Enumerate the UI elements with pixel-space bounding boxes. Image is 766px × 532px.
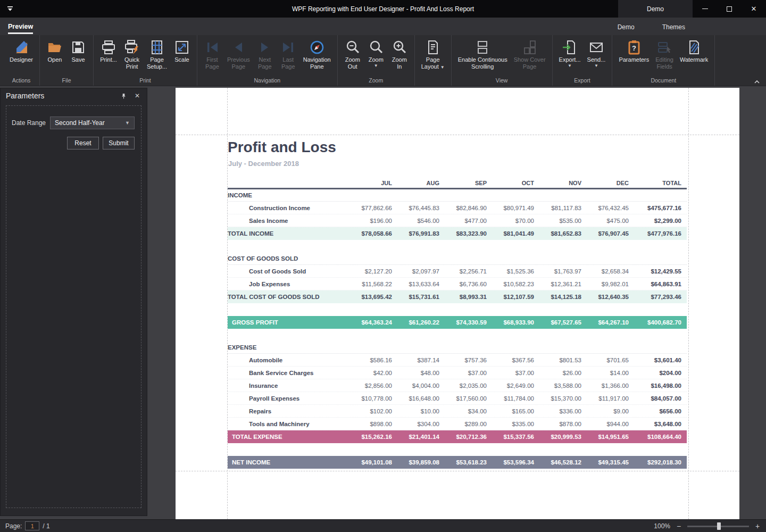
cell-value: $3,588.00: [539, 383, 587, 389]
zoom-out-button[interactable]: −: [676, 522, 682, 530]
page-setup-icon: [149, 39, 165, 55]
table-row-repairs: Repairs$102.00$10.00$34.00$165.00$336.00…: [228, 405, 687, 418]
cell-value: $304.00: [397, 421, 445, 427]
ribbon-button-label: Navigation: [303, 56, 331, 63]
parameters-panel-header: Parameters ✕: [1, 88, 147, 103]
ribbon-button-scale[interactable]: Scale: [170, 38, 194, 64]
editing-fields-icon: [656, 39, 672, 55]
cell-value: $204.00: [634, 370, 687, 376]
ribbon-group-label: Actions: [4, 76, 38, 86]
ribbon-button-print[interactable]: Print...: [97, 38, 120, 64]
ribbon-group-label: [416, 82, 450, 86]
report-title: Profit and Loss: [228, 139, 336, 156]
maximize-button[interactable]: [717, 0, 742, 18]
document-viewer-area: Parameters ✕ Date Range Second Half-Year…: [0, 86, 766, 519]
menu-item-themes[interactable]: Themes: [662, 23, 685, 31]
table-spacer-row: [228, 303, 687, 316]
ribbon-button-zoom[interactable]: Zoom▼: [364, 38, 388, 69]
ribbon-button-enable-continuous-scrolling[interactable]: Enable ContinuousScrolling: [455, 38, 511, 71]
title-bar: WPF Reporting with End User Designer - P…: [0, 0, 766, 18]
cell-value: $10,778.00: [350, 395, 397, 402]
ribbon-button-label: Zoom: [392, 56, 407, 63]
svg-text:?: ?: [632, 44, 636, 52]
ribbon-collapse-button[interactable]: [753, 77, 761, 82]
cell-value: $16,498.00: [634, 383, 687, 389]
ribbon-button-export[interactable]: Export...▼: [556, 38, 584, 69]
ribbon-button-label: Page: [281, 63, 295, 70]
ribbon-button-label: Scale: [174, 56, 189, 63]
cell-value: $10.00: [397, 408, 445, 414]
cell-value: $2,256.71: [445, 268, 492, 275]
row-label: NET INCOME: [228, 459, 350, 466]
row-label: GROSS PROFIT: [228, 319, 350, 326]
cell-value: $12,429.55: [634, 268, 687, 275]
zoom-slider-thumb[interactable]: [717, 522, 721, 530]
cell-value: $2,127.20: [350, 268, 397, 275]
ribbon-button-label: Quick: [124, 56, 139, 63]
cell-value: $53,596.34: [492, 459, 539, 466]
ribbon-button-send[interactable]: Send...▼: [584, 38, 609, 69]
minimize-icon: [702, 9, 708, 9]
table-row-cost-of-goods-sold: Cost of Goods Sold$2,127.20$2,097.97$2,2…: [228, 265, 687, 278]
menu-item-demo[interactable]: Demo: [618, 23, 635, 31]
ribbon-button-label: Next: [259, 56, 271, 63]
ribbon-button-label: Show Cover: [514, 56, 546, 63]
reset-button[interactable]: Reset: [67, 137, 99, 149]
ribbon-button-editing-fields: EditingFields: [652, 38, 677, 71]
titlebar-demo-button[interactable]: Demo: [618, 0, 693, 18]
cell-value: $335.00: [492, 421, 539, 427]
close-panel-icon[interactable]: ✕: [133, 92, 141, 100]
ribbon-button-label: Page: [232, 63, 246, 70]
table-row-job-expenses: Job Expenses$11,568.22$13,633.64$6,736.6…: [228, 278, 687, 290]
cell-value: $76,907.45: [587, 230, 634, 237]
profit-and-loss-table: JULAUGSEPOCTNOVDECTOTALINCOMEConstructio…: [228, 177, 687, 469]
cell-value: $196.00: [350, 218, 397, 224]
ribbon-button-open[interactable]: Open: [43, 38, 66, 64]
page-total: / 1: [43, 522, 49, 530]
ribbon-button-navigation-pane[interactable]: NavigationPane: [300, 38, 334, 71]
cell-value: $78,058.66: [350, 230, 397, 237]
ribbon-button-label: Page: [258, 63, 272, 70]
cell-value: $48.00: [397, 370, 445, 376]
ribbon-button-label: Page: [523, 63, 537, 70]
row-label: Repairs: [228, 408, 350, 414]
table-row-income: INCOME: [228, 189, 687, 202]
ribbon-button-zoom-out[interactable]: ZoomOut: [341, 38, 364, 71]
ribbon-button-designer[interactable]: Designer: [6, 38, 36, 64]
ribbon-button-page-layout[interactable]: PageLayout▼: [418, 38, 448, 72]
cell-value: $4,004.00: [397, 383, 445, 389]
cell-value: $64,863.91: [634, 281, 687, 287]
page-number-input[interactable]: [25, 521, 39, 530]
quick-access-toolbar-icon[interactable]: [6, 6, 14, 12]
close-icon: ✕: [751, 5, 757, 13]
close-button[interactable]: ✕: [742, 0, 766, 18]
cell-value: $17,560.00: [445, 395, 492, 402]
ribbon-button-label: Send...: [587, 56, 606, 63]
ribbon-button-quick-print[interactable]: QuickPrint: [120, 38, 144, 71]
ribbon-button-parameters[interactable]: ?Parameters: [615, 38, 652, 64]
ribbon-button-previous-page: PreviousPage: [224, 38, 253, 71]
ribbon-button-label: Layout▼: [421, 63, 445, 71]
pin-icon[interactable]: [119, 92, 128, 100]
tab-preview[interactable]: Preview: [8, 18, 33, 35]
ribbon-button-label: Parameters: [619, 56, 649, 63]
table-row-construction-income: Construction Income$77,862.66$76,445.83$…: [228, 202, 687, 214]
cell-value: $367.56: [492, 357, 539, 363]
cell-value: $12,361.21: [539, 281, 587, 287]
ribbon-button-zoom-in[interactable]: ZoomIn: [388, 38, 411, 71]
date-range-combobox[interactable]: Second Half-Year ▼: [50, 117, 135, 129]
ribbon-button-save[interactable]: Save: [66, 38, 90, 64]
table-row-tools-and-machinery: Tools and Machinery$898.00$304.00$289.00…: [228, 418, 687, 430]
cell-value: $64,267.10: [587, 319, 634, 326]
submit-button[interactable]: Submit: [103, 137, 135, 149]
cell-value: $586.16: [350, 357, 397, 363]
parameters-panel: Parameters ✕ Date Range Second Half-Year…: [0, 88, 147, 516]
zoom-slider[interactable]: [687, 522, 749, 530]
page-label: Page:: [5, 522, 22, 530]
ribbon-button-page-setup[interactable]: PageSetup...: [144, 38, 170, 71]
table-row-insurance: Insurance$2,856.00$4,004.00$2,035.00$2,6…: [228, 379, 687, 392]
parameters-panel-title: Parameters: [6, 92, 114, 100]
zoom-in-button[interactable]: +: [754, 522, 761, 530]
ribbon-button-watermark[interactable]: Watermark: [677, 38, 711, 64]
minimize-button[interactable]: [693, 0, 717, 18]
